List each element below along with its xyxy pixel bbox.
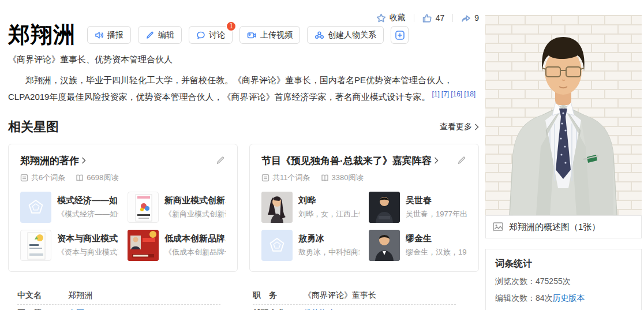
person-photo-thumbnail bbox=[261, 192, 293, 223]
entry-item[interactable]: 敖勇冰 敖勇冰，中科招商集... bbox=[261, 230, 360, 261]
book-icon bbox=[76, 174, 84, 182]
card-stats: 共6个词条 6698阅读 bbox=[20, 173, 226, 183]
favorite-label: 收藏 bbox=[390, 13, 406, 23]
discuss-button[interactable]: 讨论 1 bbox=[189, 26, 233, 44]
entry-item[interactable]: 吴世春 吴世春，1977年出... bbox=[369, 192, 467, 223]
entry-title: 缪金生 bbox=[406, 233, 467, 244]
reference-link[interactable]: [7] bbox=[441, 90, 449, 98]
read-count: 6698阅读 bbox=[76, 173, 118, 183]
card-stats: 共11个词条 3380阅读 bbox=[261, 173, 467, 183]
entry-item[interactable]: 模式经济——如... 《模式经济——如何... bbox=[20, 192, 118, 223]
entry-desc: 《新商业模式创新设... bbox=[164, 209, 226, 219]
more-actions-button[interactable] bbox=[391, 26, 409, 44]
share-count: 9 bbox=[474, 13, 479, 23]
entry-desc: 缪金生，汉族，198... bbox=[406, 247, 467, 257]
card-head: 郑翔洲的著作 bbox=[20, 154, 226, 167]
entry-subtitle: 《商界评论》董事长、优势资本管理合伙人 bbox=[8, 54, 479, 65]
thumb-up-icon bbox=[422, 13, 432, 23]
video-camera-icon bbox=[247, 31, 257, 40]
divider bbox=[452, 14, 453, 22]
info-value: 郑翔洲 bbox=[68, 290, 92, 301]
share-button[interactable]: 9 bbox=[461, 13, 479, 23]
info-value: 《商界评论》董事长 bbox=[304, 290, 376, 301]
view-more-link[interactable]: 查看更多 bbox=[440, 122, 479, 132]
upload-video-button[interactable]: 上传视频 bbox=[239, 26, 300, 44]
info-label: 中文名 bbox=[17, 290, 68, 301]
broadcast-button[interactable]: 播报 bbox=[87, 26, 131, 44]
starmap-card-guests: 节目《预见独角兽·总裁来了》嘉宾阵容 共11个词条 3380阅读 bbox=[249, 144, 479, 272]
edit-button[interactable]: 编辑 bbox=[138, 26, 182, 44]
entry-item[interactable]: 低成本创新品牌... 《低成本创新品牌七... bbox=[128, 230, 226, 261]
entry-title: 资本与商业模式... bbox=[57, 233, 118, 244]
entry-title: 敖勇冰 bbox=[298, 233, 360, 244]
plus-icon bbox=[395, 30, 405, 40]
card-title-text: 郑翔洲的著作 bbox=[20, 154, 79, 167]
info-column-right: 职 务 《商界评论》董事长 就职企业 优势资本 商界评论 bbox=[244, 287, 479, 310]
entry-item[interactable]: 资本与商业模式... 《资本与商业模式顶... bbox=[20, 230, 118, 261]
entry-actions: 收藏 47 9 bbox=[376, 13, 479, 23]
entry-title: 低成本创新品牌... bbox=[164, 233, 226, 244]
title-row: 郑翔洲 播报 编辑 讨论 1 上传视频 bbox=[8, 23, 479, 47]
starmap-card-works: 郑翔洲的著作 共6个词条 6698阅读 bbox=[8, 144, 238, 272]
views-row: 浏览次数： 475255次 bbox=[495, 277, 632, 287]
photo-caption-bar[interactable]: 郑翔洲的概述图（1张） bbox=[485, 215, 642, 238]
book-cover-thumbnail bbox=[128, 230, 159, 261]
baike-entry-page: 收藏 47 9 郑翔洲 播报 编辑 bbox=[0, 0, 644, 310]
reference-link[interactable]: [16] bbox=[451, 90, 462, 98]
views-value: 475255次 bbox=[536, 277, 571, 287]
entry-desc: 《低成本创新品牌七... bbox=[164, 247, 226, 257]
view-more-label: 查看更多 bbox=[440, 122, 472, 132]
share-arrow-icon bbox=[461, 13, 471, 23]
entry-item[interactable]: 刘晔 刘晔，女，江西上饶... bbox=[261, 192, 360, 223]
entry-item[interactable]: 缪金生 缪金生，汉族，198... bbox=[369, 230, 467, 261]
card-title-link[interactable]: 郑翔洲的著作 bbox=[20, 154, 86, 167]
placeholder-star-icon bbox=[261, 230, 293, 261]
chevron-right-icon bbox=[434, 157, 439, 164]
reference-link[interactable]: [1] bbox=[432, 90, 439, 98]
edits-value: 84次 bbox=[536, 293, 553, 304]
favorite-button[interactable]: 收藏 bbox=[376, 13, 406, 23]
person-photo-thumbnail bbox=[369, 192, 400, 223]
info-row: 职 务 《商界评论》董事长 bbox=[253, 287, 456, 305]
info-row: 中文名 郑翔洲 bbox=[17, 287, 220, 305]
entry-title: 模式经济——如... bbox=[57, 195, 118, 206]
info-row: 国 籍 中国 bbox=[17, 305, 220, 310]
info-row: 就职企业 优势资本 bbox=[253, 305, 456, 310]
sidebar: 郑翔洲的概述图（1张） 词条统计 浏览次数： 475255次 编辑次数： 84次… bbox=[485, 15, 642, 310]
entry-desc: 《资本与商业模式顶... bbox=[57, 247, 118, 257]
entry-desc: 《模式经济——如何... bbox=[57, 209, 118, 219]
starmap-title: 相关星图 bbox=[8, 118, 59, 136]
chevron-right-icon bbox=[474, 124, 479, 130]
profile-photo[interactable] bbox=[485, 15, 642, 215]
reference-link[interactable]: [18] bbox=[464, 90, 475, 98]
starmap-cards: 郑翔洲的著作 共6个词条 6698阅读 bbox=[8, 144, 479, 272]
list-icon bbox=[20, 174, 28, 182]
card-entries: 刘晔 刘晔，女，江西上饶... 吴世春 吴世春，1977年出... bbox=[261, 192, 467, 261]
entry-count: 共6个词条 bbox=[20, 173, 65, 183]
chevron-right-icon bbox=[81, 157, 86, 164]
book-cover-thumbnail bbox=[128, 192, 159, 223]
card-edit-icon[interactable] bbox=[216, 155, 226, 165]
entry-item[interactable]: 新商业模式创新... 《新商业模式创新设... bbox=[128, 192, 226, 223]
entry-desc: 吴世春，1977年出... bbox=[406, 209, 467, 219]
card-title-link[interactable]: 节目《预见独角兽·总裁来了》嘉宾阵容 bbox=[261, 154, 439, 167]
info-column-left: 中文名 郑翔洲 国 籍 中国 民 族 汉族 bbox=[8, 287, 244, 310]
list-icon bbox=[261, 174, 269, 182]
stats-title: 词条统计 bbox=[495, 258, 632, 270]
card-edit-icon[interactable] bbox=[457, 155, 467, 165]
broadcast-label: 播报 bbox=[107, 30, 123, 40]
pencil-icon bbox=[145, 31, 155, 40]
card-title-text: 节目《预见独角兽·总裁来了》嘉宾阵容 bbox=[261, 154, 432, 167]
book-cover-thumbnail bbox=[20, 230, 51, 261]
basic-info-table: 中文名 郑翔洲 国 籍 中国 民 族 汉族 职 务 《商界评论》董事长 bbox=[8, 287, 479, 310]
person-photo-thumbnail bbox=[369, 230, 400, 261]
entry-desc: 刘晔，女，江西上饶... bbox=[298, 209, 360, 219]
entry-desc: 敖勇冰，中科招商集... bbox=[298, 247, 360, 257]
create-relation-button[interactable]: 创建人物关系 bbox=[307, 26, 384, 44]
toolbar: 播报 编辑 讨论 1 上传视频 创建人物关系 bbox=[87, 26, 409, 44]
placeholder-star-icon bbox=[20, 192, 51, 223]
divider bbox=[414, 14, 414, 22]
like-button[interactable]: 47 bbox=[422, 13, 445, 23]
like-count: 47 bbox=[436, 13, 445, 23]
history-versions-link[interactable]: 历史版本 bbox=[553, 293, 585, 304]
